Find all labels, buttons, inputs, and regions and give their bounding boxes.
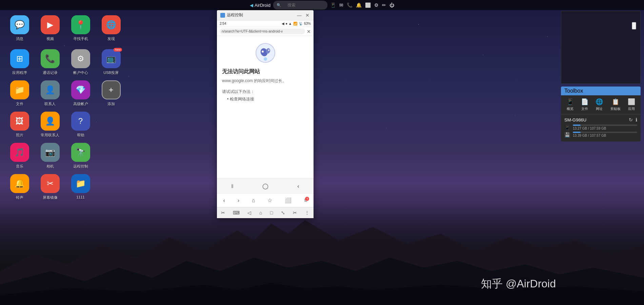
brand-arrow-icon: ◀ xyxy=(250,3,253,8)
remote-control-window: 远程控制 — ✕ 2:54 ◀ ● ▲ 📶 📡 63% n/search?ie=… xyxy=(217,10,314,218)
storage-row-1: 📱 13.27 GB / 107.59 GB xyxy=(564,125,637,130)
top-right-close-button[interactable]: × xyxy=(632,22,636,30)
app-icon-contacts[interactable]: 👤 联系人 xyxy=(36,79,64,108)
app-icon-music[interactable]: 🎵 音乐 xyxy=(5,141,34,171)
app-label-find-phone: 寻找手机 xyxy=(73,36,88,41)
app-label-discover: 发现 xyxy=(107,36,115,41)
browser-menu-button[interactable]: ≡ 9 xyxy=(301,196,310,205)
phone-home-button[interactable]: ◯ xyxy=(260,182,271,191)
toolbar-more-icon[interactable]: ⋮ xyxy=(303,209,311,216)
toolbox-item-web[interactable]: 🌐 网址 xyxy=(596,98,603,111)
mail-icon[interactable]: ✉ xyxy=(339,2,343,8)
topbar-action-icons: 📱 ✉ 📞 🔔 ⬜ ⚙ ✏ ⏻ xyxy=(330,2,394,8)
settings-icon[interactable]: ⚙ xyxy=(374,2,379,8)
remote-close-button[interactable]: ✕ xyxy=(305,13,310,18)
app-icon-folder-1111[interactable]: 📁 1111 xyxy=(66,172,95,202)
device-refresh-button[interactable]: ↻ xyxy=(629,117,633,122)
storage2-icon: 💾 xyxy=(564,132,570,137)
app-icon-discover[interactable]: 🌐 发现 xyxy=(97,14,125,46)
browser-forward-button[interactable]: › xyxy=(235,196,242,205)
app-label-messages: 消息 xyxy=(16,36,23,41)
device-name: SM-G986U xyxy=(564,117,586,122)
mirror-icon[interactable]: ⬜ xyxy=(365,2,371,8)
app-label-camera: 相机 xyxy=(46,164,54,169)
browser-tabs-button[interactable]: ⬜ xyxy=(282,196,294,205)
toolbar-expand-icon[interactable]: ⤡ xyxy=(279,209,287,216)
app-icon-files[interactable]: 📁 文件 xyxy=(5,79,34,108)
search-bar[interactable]: 🔍 xyxy=(273,1,327,9)
app-icon-add[interactable]: + 添加 xyxy=(97,79,125,108)
storage2-bar-fill xyxy=(573,132,581,133)
files-icon: 📄 xyxy=(581,98,588,106)
browser-url[interactable]: n/search?ie=UTF-8&client=ms-android-v xyxy=(220,28,305,34)
toolbar-back-icon[interactable]: ◁ xyxy=(245,209,253,216)
phone-gesture-nav: ⦀ ◯ ‹ xyxy=(217,178,314,193)
toolbar-square-icon[interactable]: □ xyxy=(268,209,275,216)
app-icon-call-log[interactable]: 📞 通话记录 xyxy=(36,47,64,77)
app-icon-frequent-contacts-bg: 👤 xyxy=(41,112,60,131)
app-icon-premium[interactable]: 💎 高级帐户 xyxy=(66,79,95,108)
new-badge: New xyxy=(114,48,122,52)
remote-title: 远程控制 xyxy=(220,12,243,18)
phone-status-bar: 2:54 ◀ ● ▲ 📶 📡 63% xyxy=(217,20,314,27)
power-icon[interactable]: ⏻ xyxy=(389,2,394,8)
app-label-folder-1111: 1111 xyxy=(76,195,84,199)
app-icon-account[interactable]: ⚙ 帐户中心 xyxy=(66,47,95,77)
app-label-contacts: 联系人 xyxy=(44,101,56,107)
search-input[interactable] xyxy=(283,2,324,8)
app-label-photos: 照片 xyxy=(16,133,23,138)
toolbox-item-files[interactable]: 📄 文件 xyxy=(581,98,588,111)
app-icon-find-phone[interactable]: 📍 寻找手机 xyxy=(66,14,95,46)
app-icon-frequent-contacts[interactable]: 👤 常用联系人 xyxy=(36,110,64,139)
error-subtitle: www.google.com 的响应时间过长。 xyxy=(222,78,308,84)
notification-badge: 9 xyxy=(305,197,309,201)
storage2-text: 13.39 GB / 107.57 GB xyxy=(573,134,637,137)
toolbar-cut-icon[interactable]: ✂ xyxy=(291,209,299,216)
storage1-text: 13.27 GB / 107.59 GB xyxy=(573,127,637,130)
app-icon-remote[interactable]: 🔭 远程控制 xyxy=(66,141,95,171)
app-label-help: 帮助 xyxy=(77,133,84,138)
phone-menu-button[interactable]: ⦀ xyxy=(228,182,236,191)
apps-icon: ⬜ xyxy=(628,98,635,106)
app-icon-help[interactable]: ? 帮助 xyxy=(66,110,95,139)
app-icon-camera[interactable]: 📷 相机 xyxy=(36,141,64,171)
call-icon[interactable]: 📞 xyxy=(347,2,353,8)
app-icon-premium-bg: 💎 xyxy=(71,80,90,99)
toolbar-scissors-icon[interactable]: ✂ xyxy=(219,209,227,216)
toolbox-item-clipboard[interactable]: 📋 剪贴板 xyxy=(610,98,621,111)
web-icon: 🌐 xyxy=(596,98,603,106)
browser-bookmark-button[interactable]: ☆ xyxy=(265,196,275,205)
battery-level: 63% xyxy=(304,22,311,25)
phone-back-button[interactable]: ‹ xyxy=(295,182,302,191)
app-label-frequent-contacts: 常用联系人 xyxy=(41,133,59,138)
svg-point-7 xyxy=(268,50,269,51)
app-icon-remote-bg: 🔭 xyxy=(71,143,90,162)
browser-home-button[interactable]: ⌂ xyxy=(249,196,258,205)
clipboard-icon: 📋 xyxy=(612,98,619,106)
toolbar-keyboard-icon[interactable]: ⌨ xyxy=(231,209,242,216)
wifi-icon: 📶 xyxy=(293,22,297,25)
app-icon-ringtone[interactable]: 🔔 铃声 xyxy=(5,172,34,202)
app-icon-usb-mirror[interactable]: 📺 New USB投屏 xyxy=(97,47,125,77)
device-info-button[interactable]: ℹ xyxy=(636,117,637,122)
bell-icon[interactable]: 🔔 xyxy=(356,2,362,8)
browser-close-button[interactable]: ✕ xyxy=(307,29,311,34)
edit-icon[interactable]: ✏ xyxy=(382,2,386,8)
app-icon-photos[interactable]: 🖼 照片 xyxy=(5,110,34,139)
empty-slot-2 xyxy=(97,141,125,171)
app-icon-music-bg: 🎵 xyxy=(10,143,29,162)
app-icon-screen-mirror[interactable]: ✂ 屏幕镜像 xyxy=(36,172,64,202)
phone-icon[interactable]: 📱 xyxy=(330,2,336,8)
toolbox-item-overview[interactable]: 📱 概览 xyxy=(566,98,574,111)
app-icon-find-phone-bg: 📍 xyxy=(71,15,90,34)
toolbox-item-apps[interactable]: ⬜ 应用 xyxy=(628,98,635,111)
app-icon-video[interactable]: ▶ 视频 xyxy=(36,14,64,46)
remote-minimize-button[interactable]: — xyxy=(297,13,302,18)
browser-back-button[interactable]: ‹ xyxy=(220,196,227,205)
toolbar-home-icon[interactable]: ⌂ xyxy=(257,209,264,216)
app-icon-apps-bg: ⊞ xyxy=(10,49,29,68)
phone-time: 2:54 xyxy=(220,22,226,25)
app-icon-apps[interactable]: ⊞ 应用程序 xyxy=(5,47,34,77)
app-icon-messages[interactable]: 💬 消息 xyxy=(5,14,34,46)
remote-title-label: 远程控制 xyxy=(227,12,243,18)
